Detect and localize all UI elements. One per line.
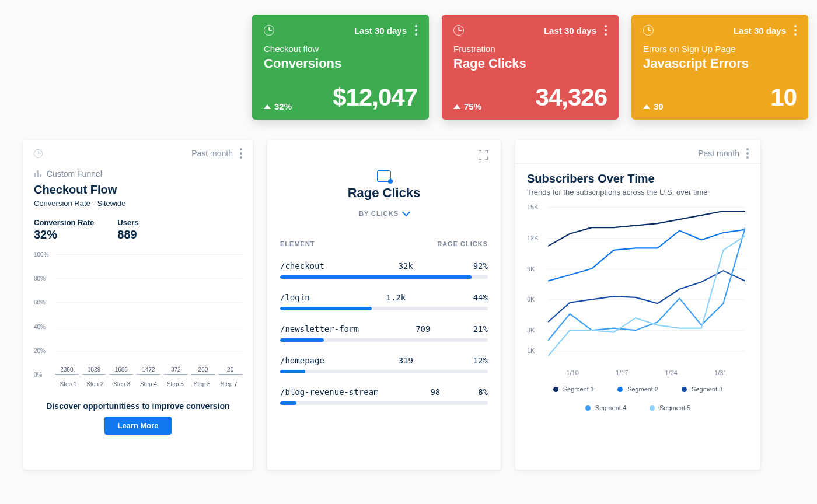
rage-sort-label: BY CLICKS [359, 210, 399, 217]
subs-xtick: 1/24 [665, 369, 678, 376]
rage-click-icon [377, 170, 391, 182]
rage-clicks: 709 [389, 324, 430, 334]
rage-row[interactable]: /homepage 319 12% [280, 356, 488, 373]
legend-label: Segment 5 [659, 404, 690, 411]
funnel-bar[interactable]: 1686 [109, 366, 133, 374]
kpi-title: Rage Clicks [453, 56, 607, 71]
rage-pct: 44% [461, 293, 488, 302]
funnel-bar-fill [109, 374, 133, 374]
rage-rows: /checkout 32k 92% /login 1.2k 44% /newsl… [280, 247, 488, 405]
kpi-card-0[interactable]: Last 30 days Checkout flow Conversions 3… [252, 15, 429, 120]
stat-block: Conversion Rate 32% [34, 218, 94, 242]
funnel-stats: Conversion Rate 32% Users 889 [34, 218, 242, 242]
kpi-delta: 75% [453, 102, 481, 111]
legend-label: Segment 4 [595, 404, 626, 411]
funnel-bar-value: 260 [198, 366, 208, 373]
rage-clicks: 32k [372, 261, 413, 271]
rage-col-element: ELEMENT [280, 240, 315, 247]
rage-pct: 21% [461, 324, 488, 334]
legend-item[interactable]: Segment 2 [617, 386, 658, 393]
rage-row[interactable]: /blog-revenue-stream 98 8% [280, 387, 488, 405]
rage-bar-fill [280, 338, 324, 342]
funnel-tag: Custom Funnel [34, 169, 242, 178]
kpi-title: Javascript Errors [643, 56, 797, 71]
rage-element: /checkout [280, 261, 324, 271]
rage-row[interactable]: /login 1.2k 44% [280, 293, 488, 310]
legend-label: Segment 1 [563, 386, 594, 393]
rage-element: /login [280, 293, 310, 302]
funnel-panel-header: Past month [34, 148, 242, 159]
subs-xtick: 1/17 [616, 369, 628, 376]
rage-bar-bg [280, 370, 488, 373]
legend-item[interactable]: Segment 1 [553, 386, 594, 393]
funnel-bar-fill [137, 374, 160, 374]
kpi-value: $12,047 [333, 83, 417, 111]
rage-list-header: ELEMENT RAGE CLICKS [280, 240, 488, 247]
subs-subtitle: Trends for the subscriptions across the … [527, 188, 749, 197]
kpi-delta: 30 [643, 102, 664, 111]
rage-bar-bg [280, 275, 488, 279]
funnel-period[interactable]: Past month [191, 149, 233, 158]
learn-more-button[interactable]: Learn More [104, 416, 171, 435]
funnel-bar[interactable]: 20 [218, 366, 242, 374]
chevron-down-icon [402, 208, 410, 216]
rage-row[interactable]: /newsletter-form 709 21% [280, 324, 488, 342]
rage-pct: 12% [461, 356, 488, 365]
funnel-bar-fill [218, 374, 242, 374]
kebab-menu-icon[interactable] [605, 25, 607, 36]
subscribers-chart: 1K3K6K9K12K15K1/101/171/241/31 [527, 207, 749, 376]
kpi-subtitle: Checkout flow [264, 44, 417, 54]
funnel-bar[interactable]: 372 [164, 366, 188, 374]
subs-panel-header: Past month [527, 148, 749, 159]
funnel-bar[interactable]: 1829 [82, 366, 106, 374]
funnel-xtick: Step 5 [162, 381, 188, 387]
legend-item[interactable]: Segment 4 [585, 404, 626, 411]
kpi-value: 10 [770, 83, 797, 111]
legend-swatch [585, 405, 591, 411]
funnel-bar[interactable]: 1472 [137, 366, 160, 374]
rage-element: /homepage [280, 356, 324, 365]
funnel-tag-label: Custom Funnel [47, 169, 102, 178]
kebab-menu-icon[interactable] [746, 148, 749, 159]
kpi-card-1[interactable]: Last 30 days Frustration Rage Clicks 75%… [442, 15, 619, 120]
funnel-bar[interactable]: 260 [191, 366, 215, 374]
rage-bar-bg [280, 338, 488, 342]
rage-clicks-panel: Rage Clicks BY CLICKS ELEMENT RAGE CLICK… [267, 140, 501, 470]
trend-up-icon [643, 104, 650, 109]
stat-value: 889 [117, 228, 138, 242]
rage-element: /newsletter-form [280, 324, 359, 334]
clock-icon [643, 25, 654, 36]
kpi-card-2[interactable]: Last 30 days Errors on Sign Up Page Java… [631, 15, 808, 120]
subscribers-panel: Past month Subscribers Over Time Trends … [515, 140, 760, 470]
rage-clicks: 319 [372, 356, 413, 365]
funnel-bar-value: 2360 [60, 366, 73, 373]
clock-icon [264, 25, 274, 36]
funnel-bar-value: 372 [171, 366, 181, 373]
expand-icon[interactable] [479, 150, 488, 160]
clock-icon [453, 25, 464, 36]
rage-bar-fill [280, 401, 296, 405]
kpi-subtitle: Frustration [453, 44, 607, 54]
legend-item[interactable]: Segment 3 [682, 386, 722, 393]
rage-sort-dropdown[interactable]: BY CLICKS [280, 210, 488, 217]
kebab-menu-icon[interactable] [415, 25, 417, 36]
funnel-bar-fill [191, 374, 215, 374]
rage-bar-fill [280, 275, 472, 279]
rage-row[interactable]: /checkout 32k 92% [280, 261, 488, 279]
funnel-bar-fill [55, 374, 79, 374]
funnel-icon [34, 170, 42, 177]
kebab-menu-icon[interactable] [794, 25, 797, 36]
kebab-menu-icon[interactable] [240, 148, 242, 159]
rage-clicks: 98 [399, 387, 440, 397]
divider [515, 163, 760, 164]
funnel-xtick: Step 6 [188, 381, 215, 387]
kpi-subtitle: Errors on Sign Up Page [643, 44, 797, 54]
funnel-cta-text: Discover opportunitiess to improve conve… [34, 401, 242, 411]
clock-icon [34, 149, 43, 158]
subs-period[interactable]: Past month [698, 149, 739, 158]
funnel-xtick: Step 7 [215, 381, 242, 387]
rage-pct: 8% [461, 387, 488, 397]
kpi-row: Last 30 days Checkout flow Conversions 3… [252, 15, 808, 120]
legend-item[interactable]: Segment 5 [650, 404, 690, 411]
funnel-bar[interactable]: 2360 [55, 366, 79, 374]
